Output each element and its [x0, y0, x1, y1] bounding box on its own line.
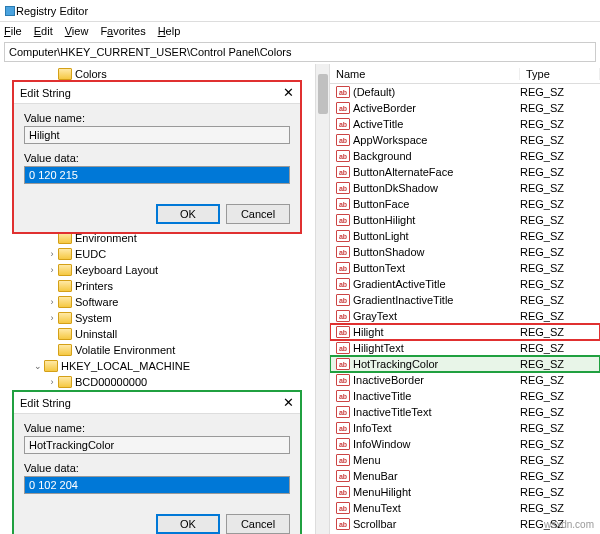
value-type: REG_SZ	[520, 342, 564, 354]
address-bar[interactable]: Computer\HKEY_CURRENT_USER\Control Panel…	[4, 42, 596, 62]
folder-icon	[58, 328, 72, 340]
list-row[interactable]: abActiveTitleREG_SZ	[330, 116, 600, 132]
string-value-icon: ab	[336, 502, 350, 514]
value-type: REG_SZ	[520, 198, 564, 210]
tree-item[interactable]: Printers	[0, 278, 329, 294]
list-row[interactable]: abHilightREG_SZ	[330, 324, 600, 340]
value-name: InfoText	[353, 422, 520, 434]
tree-item[interactable]: Uninstall	[0, 326, 329, 342]
menu-view[interactable]: View	[65, 25, 89, 37]
list-row[interactable]: abMenuBarREG_SZ	[330, 468, 600, 484]
value-type: REG_SZ	[520, 182, 564, 194]
menubar: File Edit View Favorites Help	[0, 22, 600, 40]
cancel-button[interactable]: Cancel	[226, 514, 290, 534]
value-type: REG_SZ	[520, 422, 564, 434]
list-row[interactable]: abHilightTextREG_SZ	[330, 340, 600, 356]
value-name: ButtonAlternateFace	[353, 166, 520, 178]
list-row[interactable]: abInfoWindowREG_SZ	[330, 436, 600, 452]
list-row[interactable]: abGrayTextREG_SZ	[330, 308, 600, 324]
expander-icon[interactable]: ›	[46, 265, 58, 275]
list-row[interactable]: abButtonHilightREG_SZ	[330, 212, 600, 228]
close-icon[interactable]: ✕	[283, 85, 294, 100]
list-row[interactable]: abAppWorkspaceREG_SZ	[330, 132, 600, 148]
expander-icon[interactable]: ›	[46, 377, 58, 387]
list-row[interactable]: abInactiveTitleTextREG_SZ	[330, 404, 600, 420]
menu-favorites[interactable]: Favorites	[100, 25, 145, 37]
value-type: REG_SZ	[520, 262, 564, 274]
expander-icon[interactable]: ›	[46, 297, 58, 307]
string-value-icon: ab	[336, 470, 350, 482]
list-row[interactable]: abHotTrackingColorREG_SZ	[330, 356, 600, 372]
list-row[interactable]: abButtonLightREG_SZ	[330, 228, 600, 244]
ok-button[interactable]: OK	[156, 204, 220, 224]
folder-icon	[58, 296, 72, 308]
value-name: InactiveTitle	[353, 390, 520, 402]
app-icon	[4, 5, 16, 17]
column-name[interactable]: Name	[330, 68, 520, 80]
value-type: REG_SZ	[520, 374, 564, 386]
scrollbar-thumb[interactable]	[318, 74, 328, 114]
list-row[interactable]: abButtonFaceREG_SZ	[330, 196, 600, 212]
ok-button[interactable]: OK	[156, 514, 220, 534]
list-row[interactable]: abBackgroundREG_SZ	[330, 148, 600, 164]
value-name: ButtonLight	[353, 230, 520, 242]
menu-file[interactable]: File	[4, 25, 22, 37]
list-row[interactable]: abButtonAlternateFaceREG_SZ	[330, 164, 600, 180]
list-row[interactable]: abGradientInactiveTitleREG_SZ	[330, 292, 600, 308]
value-name: Background	[353, 150, 520, 162]
list-row[interactable]: abMenuHilightREG_SZ	[330, 484, 600, 500]
string-value-icon: ab	[336, 134, 350, 146]
dialog-title-text: Edit String	[20, 397, 71, 409]
dialog-titlebar[interactable]: Edit String ✕	[14, 82, 300, 104]
value-name: ActiveTitle	[353, 118, 520, 130]
value-name-input[interactable]	[24, 436, 290, 454]
folder-icon	[58, 248, 72, 260]
column-type[interactable]: Type	[520, 68, 600, 80]
tree-label: Colors	[75, 68, 107, 80]
value-data-input[interactable]	[24, 166, 290, 184]
value-type: REG_SZ	[520, 310, 564, 322]
expander-icon[interactable]: ›	[46, 313, 58, 323]
cancel-button[interactable]: Cancel	[226, 204, 290, 224]
tree-scrollbar[interactable]	[315, 64, 329, 534]
value-name-input[interactable]	[24, 126, 290, 144]
list-row[interactable]: abInactiveTitleREG_SZ	[330, 388, 600, 404]
tree-item[interactable]: ›System	[0, 310, 329, 326]
value-data-input[interactable]	[24, 476, 290, 494]
list-row[interactable]: abInfoTextREG_SZ	[330, 420, 600, 436]
string-value-icon: ab	[336, 102, 350, 114]
list-row[interactable]: abButtonTextREG_SZ	[330, 260, 600, 276]
menu-edit[interactable]: Edit	[34, 25, 53, 37]
tree-label: HKEY_LOCAL_MACHINE	[61, 360, 190, 372]
folder-icon	[58, 264, 72, 276]
value-type: REG_SZ	[520, 102, 564, 114]
tree-item[interactable]: ›BCD00000000	[0, 374, 329, 390]
list-row[interactable]: ab(Default)REG_SZ	[330, 84, 600, 100]
value-type: REG_SZ	[520, 438, 564, 450]
value-type: REG_SZ	[520, 326, 564, 338]
list-row[interactable]: abButtonShadowREG_SZ	[330, 244, 600, 260]
string-value-icon: ab	[336, 374, 350, 386]
expander-icon[interactable]: ›	[46, 249, 58, 259]
menu-help[interactable]: Help	[158, 25, 181, 37]
list-row[interactable]: abMenuTextREG_SZ	[330, 500, 600, 516]
close-icon[interactable]: ✕	[283, 395, 294, 410]
tree-item[interactable]: ›EUDC	[0, 246, 329, 262]
tree-label: Uninstall	[75, 328, 117, 340]
list-row[interactable]: abInactiveBorderREG_SZ	[330, 372, 600, 388]
value-name: InactiveTitleText	[353, 406, 520, 418]
tree-item[interactable]: ›Keyboard Layout	[0, 262, 329, 278]
string-value-icon: ab	[336, 342, 350, 354]
expander-icon[interactable]: ⌄	[32, 361, 44, 371]
list-row[interactable]: abMenuREG_SZ	[330, 452, 600, 468]
list-row[interactable]: abActiveBorderREG_SZ	[330, 100, 600, 116]
value-type: REG_SZ	[520, 502, 564, 514]
tree-item[interactable]: Volatile Environment	[0, 342, 329, 358]
tree-item[interactable]: ⌄HKEY_LOCAL_MACHINE	[0, 358, 329, 374]
value-name: Menu	[353, 454, 520, 466]
dialog-titlebar[interactable]: Edit String ✕	[14, 392, 300, 414]
tree-item[interactable]: ›Software	[0, 294, 329, 310]
string-value-icon: ab	[336, 246, 350, 258]
list-row[interactable]: abGradientActiveTitleREG_SZ	[330, 276, 600, 292]
list-row[interactable]: abButtonDkShadowREG_SZ	[330, 180, 600, 196]
